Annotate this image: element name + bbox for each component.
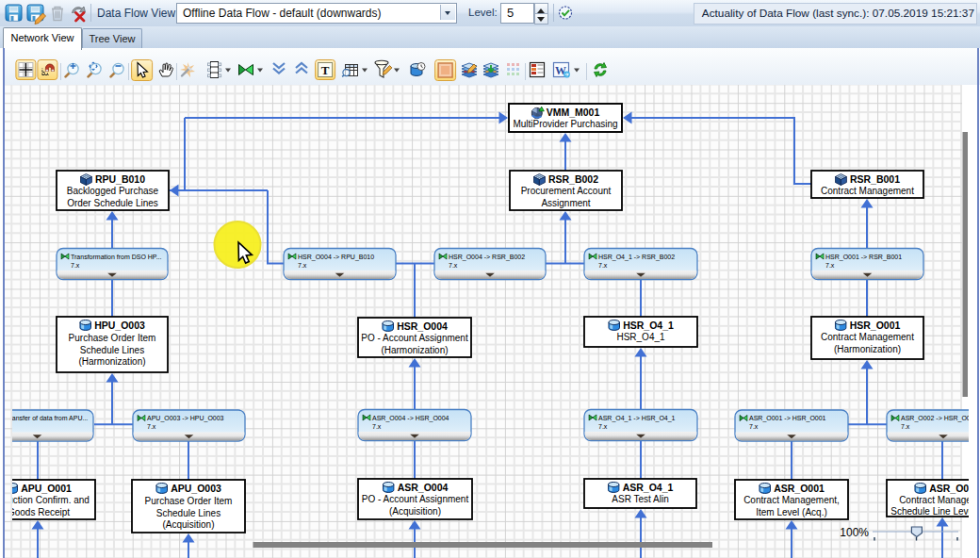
svg-text:(Acquisition): (Acquisition) [162,519,214,530]
svg-text:PO - Account Assignment: PO - Account Assignment [361,333,468,343]
svg-text:ASR_O002 -> HSR_O001: ASR_O002 -> HSR_O001 [901,415,978,422]
svg-text:7.x: 7.x [449,262,458,269]
svg-text:HSR_O4_1: HSR_O4_1 [616,332,665,342]
svg-text:RSR_B002: RSR_B002 [548,173,598,185]
svg-text:100%: 100% [840,526,869,539]
svg-text:VMM_M001: VMM_M001 [547,107,600,118]
svg-text:Item Level (Acq.): Item Level (Acq.) [756,507,827,517]
svg-text:Contract Management: Contract Management [821,186,914,196]
svg-text:(Acquisition): (Acquisition) [389,506,441,517]
svg-text:7.x: 7.x [71,262,80,269]
svg-text:7.x: 7.x [598,262,608,269]
svg-text:Contract Management: Contract Management [821,332,914,342]
svg-text:Procurement Account: Procurement Account [521,186,612,196]
svg-text:Assignment: Assignment [541,198,590,208]
svg-text:ASR_O004: ASR_O004 [398,482,449,493]
svg-text:7.x: 7.x [372,423,382,430]
svg-text:7.x: 7.x [825,262,835,269]
svg-text:MultiProvider Purchasing: MultiProvider Purchasing [513,119,617,129]
svg-text:Purchase Order Item: Purchase Order Item [69,333,156,343]
svg-text:Backlogged Purchase: Backlogged Purchase [67,186,159,196]
svg-text:7.x: 7.x [147,423,156,430]
svg-text:(Harmonization): (Harmonization) [381,345,448,355]
svg-text:Schedule Line Level (Acq.): Schedule Line Level (Acq.) [890,506,980,517]
svg-text:Production Confirm. and: Production Confirm. and [0,495,90,505]
svg-text:ASR_O4_1: ASR_O4_1 [623,482,674,493]
svg-text:HSR_O4_1 -> RSR_B002: HSR_O4_1 -> RSR_B002 [598,254,675,261]
svg-text:ASR_O001: ASR_O001 [774,483,825,494]
svg-text:Purchase Order Item: Purchase Order Item [145,496,233,506]
svg-text:APU_O003 -> HPU_O003: APU_O003 -> HPU_O003 [147,415,224,422]
svg-text:RSR_B001: RSR_B001 [850,173,900,185]
svg-text:7.x: 7.x [901,423,910,430]
svg-text:HSR_O001: HSR_O001 [850,320,901,331]
svg-text:ASR_O4_1 -> HSR_O4_1: ASR_O4_1 -> HSR_O4_1 [598,415,676,422]
svg-text:APU_O001: APU_O001 [21,483,72,494]
svg-text:T: T [321,63,330,77]
svg-text:7.x: 7.x [749,423,759,430]
svg-text:HSR_O001 -> RSR_B001: HSR_O001 -> RSR_B001 [825,254,902,261]
svg-text:HPU_O003: HPU_O003 [94,320,145,331]
svg-text:Goods Receipt: Goods Receipt [8,507,70,517]
svg-text:7.x: 7.x [298,262,307,269]
svg-text:ASR Test Alin: ASR Test Alin [612,494,668,504]
svg-text:Transformation from DSO HP...: Transformation from DSO HP... [71,254,162,260]
svg-text:PO - Account Assignment: PO - Account Assignment [362,494,469,504]
svg-text:Contract Management,: Contract Management, [743,495,840,505]
svg-text:(Harmonization): (Harmonization) [78,356,145,367]
svg-text:HSR_O004: HSR_O004 [397,320,448,332]
svg-text:Transfer of data from APU...: Transfer of data from APU... [6,415,88,421]
svg-text:(Harmonization): (Harmonization) [834,344,901,354]
svg-text:HSR_O004 -> RSR_B002: HSR_O004 -> RSR_B002 [449,254,525,261]
svg-text:HSR_O004 -> RPU_B010: HSR_O004 -> RPU_B010 [298,254,374,261]
svg-text:Schedule Lines: Schedule Lines [80,345,144,355]
svg-text:HSR_O4_1: HSR_O4_1 [623,320,674,331]
svg-text:RPU_B010: RPU_B010 [95,173,145,185]
svg-text:Contract Management,: Contract Management, [899,495,980,505]
svg-text:ASR_O004 -> HSR_O004: ASR_O004 -> HSR_O004 [372,415,449,422]
svg-text:ASR_O001 -> HSR_O001: ASR_O001 -> HSR_O001 [749,415,826,422]
svg-text:Schedule Lines: Schedule Lines [156,508,220,518]
svg-text:Order Schedule Lines: Order Schedule Lines [67,198,158,208]
svg-text:APU_O003: APU_O003 [171,483,221,494]
svg-text:7.x: 7.x [598,423,608,430]
